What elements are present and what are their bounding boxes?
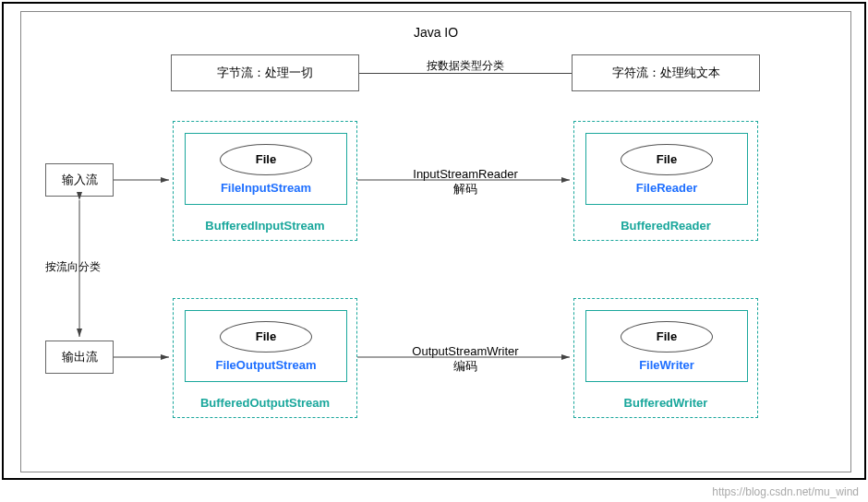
- output-stream-label: 输出流: [62, 349, 98, 365]
- file-ellipse: File: [220, 144, 312, 175]
- output-stream-writer-label: OutputStreamWriter: [357, 344, 573, 358]
- diagram-canvas: Java IO 字节流：处理一切 字符流：处理纯文本 按数据类型分类 输入流 输…: [20, 11, 851, 472]
- buffered-writer-label: BufferedWriter: [574, 396, 757, 410]
- char-stream-box: 字符流：处理纯文本: [572, 54, 760, 91]
- inner-input-char: File FileReader: [585, 133, 748, 205]
- inner-output-char: File FileWriter: [585, 310, 748, 382]
- group-output-byte: File FileOutputStream BufferedOutputStre…: [173, 298, 357, 418]
- char-stream-label: 字符流：处理纯文本: [612, 65, 720, 81]
- flow-direction-label: 按流向分类: [45, 259, 128, 275]
- output-bridge-label: OutputStreamWriter 编码: [357, 344, 573, 375]
- buffered-output-stream-label: BufferedOutputStream: [174, 396, 356, 410]
- input-stream-label: 输入流: [62, 172, 98, 188]
- watermark: https://blog.csdn.net/mu_wind: [712, 485, 859, 498]
- diagram-title: Java IO: [21, 25, 850, 40]
- inner-input-byte: File FileInputStream: [185, 133, 347, 205]
- group-input-byte: File FileInputStream BufferedInputStream: [173, 121, 357, 241]
- outer-frame: Java IO 字节流：处理一切 字符流：处理纯文本 按数据类型分类 输入流 输…: [2, 2, 866, 480]
- file-input-stream-label: FileInputStream: [221, 181, 311, 195]
- file-ellipse: File: [621, 321, 713, 353]
- file-writer-label: FileWriter: [639, 358, 694, 372]
- top-connector-label: 按数据类型分类: [359, 58, 572, 74]
- encode-label: 编码: [357, 358, 573, 375]
- buffered-input-stream-label: BufferedInputStream: [174, 219, 356, 233]
- byte-stream-box: 字节流：处理一切: [171, 54, 359, 91]
- decode-label: 解码: [357, 181, 573, 197]
- input-stream-box: 输入流: [45, 163, 114, 197]
- file-ellipse: File: [621, 144, 713, 175]
- output-stream-box: 输出流: [45, 341, 114, 374]
- input-bridge-label: InputStreamReader 解码: [357, 167, 573, 197]
- file-ellipse: File: [220, 321, 312, 353]
- buffered-reader-label: BufferedReader: [574, 219, 757, 233]
- input-stream-reader-label: InputStreamReader: [357, 167, 573, 181]
- group-output-char: File FileWriter BufferedWriter: [573, 298, 758, 418]
- file-reader-label: FileReader: [636, 181, 697, 195]
- file-output-stream-label: FileOutputStream: [215, 358, 316, 372]
- inner-output-byte: File FileOutputStream: [185, 310, 347, 382]
- byte-stream-label: 字节流：处理一切: [217, 65, 313, 81]
- group-input-char: File FileReader BufferedReader: [573, 121, 758, 241]
